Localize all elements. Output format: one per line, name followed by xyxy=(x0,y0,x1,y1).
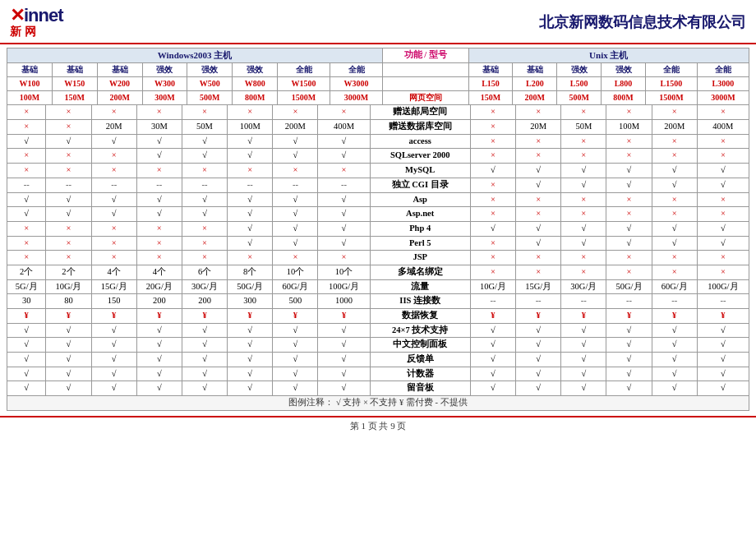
win-cell-3-6: √ xyxy=(273,149,318,164)
win-cell-19-7: √ xyxy=(318,381,370,396)
unix-cell-11-0: × xyxy=(470,265,515,279)
win-cell-7-1: √ xyxy=(46,207,91,222)
win-cell-9-7: √ xyxy=(318,236,370,251)
win-cell-12-2: 15G/月 xyxy=(91,279,136,294)
unix-cell-0-4: × xyxy=(652,105,697,120)
win-cell-9-0: × xyxy=(7,236,46,251)
win-cell-8-1: × xyxy=(46,221,91,236)
unix-tier-6: 全能 xyxy=(697,63,749,77)
comparison-table: Windows2003 主机 功能 / 型号 Unix 主机 基础 基础 基础 … xyxy=(7,48,749,105)
win-cell-11-7: 10个 xyxy=(318,265,370,279)
win-cell-7-2: √ xyxy=(91,207,136,222)
unix-tier-4: 强效 xyxy=(602,63,646,77)
win-cell-6-4: √ xyxy=(182,192,227,207)
unix-cap-3: 500M xyxy=(557,91,602,105)
func-cell-3: SQLserver 2000 xyxy=(370,149,470,164)
win-cell-16-4: √ xyxy=(182,338,227,353)
win-cell-17-2: √ xyxy=(91,353,136,367)
win-cell-4-5: × xyxy=(228,164,273,178)
unix-cell-3-4: × xyxy=(652,149,697,164)
table-row: ×××√√√√√SQLserver 2000×××××× xyxy=(7,149,749,164)
func-cell-12: 流量 xyxy=(370,279,470,294)
win-cell-10-6: × xyxy=(273,251,318,265)
unix-cell-4-4: √ xyxy=(652,164,697,178)
unix-cell-19-3: √ xyxy=(606,381,652,396)
unix-cell-0-3: × xyxy=(606,105,652,120)
win-cell-15-3: √ xyxy=(136,323,182,338)
unix-cell-2-2: × xyxy=(561,134,606,149)
win-cell-7-4: √ xyxy=(182,207,227,222)
unix-cell-2-1: × xyxy=(516,134,561,149)
unix-cell-5-2: √ xyxy=(561,178,606,192)
tier-cap-row: 100M 150M 200M 300M 500M 800M 1500M 3000… xyxy=(7,91,749,105)
win-cell-14-2: ¥ xyxy=(91,309,136,324)
win-cell-10-0: × xyxy=(7,251,46,265)
unix-cell-18-0: √ xyxy=(470,367,515,381)
win-cell-1-6: 200M xyxy=(273,120,318,135)
win-cell-4-1: × xyxy=(46,164,91,178)
unix-cell-12-0: 10G/月 xyxy=(470,279,515,294)
win-cell-10-1: × xyxy=(46,251,91,265)
unix-cell-6-3: × xyxy=(606,192,652,207)
unix-cap-5: 1500M xyxy=(645,91,697,105)
unix-cell-8-0: √ xyxy=(470,221,515,236)
win-tier-7: 全能 xyxy=(278,63,330,77)
unix-cell-9-4: √ xyxy=(652,236,697,251)
win-cell-19-1: √ xyxy=(46,381,91,396)
unix-tier-5: 全能 xyxy=(645,63,697,77)
unix-cell-12-4: 60G/月 xyxy=(652,279,697,294)
unix-cell-3-2: × xyxy=(561,149,606,164)
unix-cell-13-0: -- xyxy=(470,294,515,309)
unix-cell-6-2: × xyxy=(561,192,606,207)
unix-cell-19-1: √ xyxy=(516,381,561,396)
win-cell-3-5: √ xyxy=(228,149,273,164)
unix-cell-14-1: ¥ xyxy=(516,309,561,324)
win-cell-17-4: √ xyxy=(182,353,227,367)
func-cell-18: 计数器 xyxy=(370,367,470,381)
unix-cell-13-3: -- xyxy=(606,294,652,309)
win-cell-13-6: 500 xyxy=(273,294,318,309)
unix-cell-8-3: √ xyxy=(606,221,652,236)
win-cell-13-4: 200 xyxy=(182,294,227,309)
win-cell-9-5: √ xyxy=(228,236,273,251)
unix-cell-1-3: 100M xyxy=(606,120,652,135)
win-cell-6-6: √ xyxy=(273,192,318,207)
win-cell-2-1: √ xyxy=(46,134,91,149)
table-row: ××××××××JSP×××××× xyxy=(7,251,749,265)
win-cell-12-3: 20G/月 xyxy=(136,279,182,294)
win-cell-5-6: -- xyxy=(273,178,318,192)
win-cap-8: 3000M xyxy=(330,91,383,105)
win-cell-7-7: √ xyxy=(318,207,370,222)
win-cell-12-0: 5G/月 xyxy=(7,279,46,294)
win-cell-5-7: -- xyxy=(318,178,370,192)
unix-code-5: L1500 xyxy=(645,77,697,91)
win-cell-6-3: √ xyxy=(136,192,182,207)
win-cell-1-3: 30M xyxy=(136,120,182,135)
win-cell-13-1: 80 xyxy=(46,294,91,309)
func-cell-16: 中文控制面板 xyxy=(370,338,470,353)
unix-cell-7-1: × xyxy=(516,207,561,222)
win-cell-0-6: × xyxy=(273,105,318,120)
win-cell-0-7: × xyxy=(318,105,370,120)
func-cell-7: Asp.net xyxy=(370,207,470,222)
win-cap-1: 100M xyxy=(7,91,53,105)
table-area: Windows2003 主机 功能 / 型号 Unix 主机 基础 基础 基础 … xyxy=(0,44,756,414)
unix-cap-4: 800M xyxy=(602,91,646,105)
win-cell-9-1: × xyxy=(46,236,91,251)
win-cell-17-1: √ xyxy=(46,353,91,367)
unix-cell-12-1: 15G/月 xyxy=(516,279,561,294)
win-cell-3-7: √ xyxy=(318,149,370,164)
table-row: ×××××√√√Perl 5×√√√√√ xyxy=(7,236,749,251)
win-cell-16-6: √ xyxy=(273,338,318,353)
unix-cell-2-5: × xyxy=(697,134,749,149)
unix-cell-9-3: √ xyxy=(606,236,652,251)
unix-cell-0-2: × xyxy=(561,105,606,120)
win-cell-11-0: 2个 xyxy=(7,265,46,279)
unix-tier-1: 基础 xyxy=(468,63,513,77)
unix-cell-14-5: ¥ xyxy=(697,309,749,324)
win-tier-8: 全能 xyxy=(330,63,383,77)
func-empty-code xyxy=(383,77,469,91)
unix-cell-0-5: × xyxy=(697,105,749,120)
unix-cell-18-4: √ xyxy=(652,367,697,381)
win-cell-11-3: 4个 xyxy=(136,265,182,279)
